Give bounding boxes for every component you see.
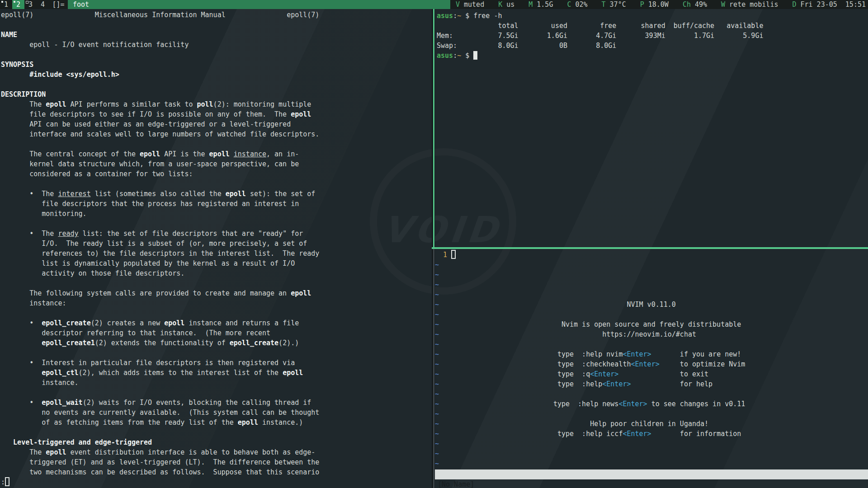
nvim-line: ~ type :help nvim<Enter> if you are new! [435,349,868,359]
man-line: epoll - I/O event notification facility [1,40,432,50]
nvim-line: ~ type :checkhealth<Enter> to optimize N… [435,359,868,369]
man-line: file descriptors to see if I/O is possib… [1,109,432,119]
terminal-pane[interactable]: asus:~ $ free -h total used free shared … [435,9,868,247]
nvim-line: ~ [435,339,868,349]
nvim-line: ~ [435,270,868,280]
man-line: The following system calls are provided … [1,288,432,298]
nvim-line: ~ [435,409,868,419]
nvim-buffer: 1 ~~~~~ NVIM v0.11.0~~ Nvim is open sour… [435,249,868,469]
status-date: DFri 23-05 15:51 [792,0,866,9]
workspace-2[interactable]: 2 [12,0,24,9]
nvim-line: ~ type :q<Enter> to exit [435,369,868,379]
status-temperature: T37°C [602,0,626,9]
workspace-occupied-marker [1,1,3,3]
nvim-left-border [433,249,434,488]
man-line: interface and scales well to large numbe… [1,129,432,139]
focused-window-left-border [433,9,434,247]
man-line: file descriptors that the process has re… [1,199,432,209]
man-line: references to) the file descriptors in t… [1,249,432,258]
status-wifi: Wrete mobilis [721,0,778,9]
man-line [1,50,432,60]
man-line: • The interest list (sometimes also call… [1,189,432,199]
man-line: triggered (ET) and as level-triggered (L… [1,457,432,467]
man-line: I/O. The ready list is a subset of (or, … [1,239,432,249]
terminal-line: asus:~ $ free -h [437,11,868,21]
workspace-1[interactable]: 1 [0,0,12,9]
man-line: • The ready list: the set of file descri… [1,229,432,239]
nvim-line: ~ https://neovim.io/#chat [435,329,868,339]
man-line: of as fetching items from the ready list… [1,418,432,427]
workspace-4[interactable]: 4 [37,0,49,9]
man-line: instance: [1,298,432,308]
nvim-line: ~ type :help iccf<Enter> for information [435,429,868,439]
man-line: • epoll_wait(2) waits for I/O events, bl… [1,398,432,408]
man-line: epoll(7) Miscellaneous Information Manua… [1,10,432,20]
man-line [1,219,432,229]
man-line: NAME [1,30,432,40]
nvim-line: ~ [435,290,868,300]
nvim-line: ~ [435,449,868,459]
man-line: • Interest in particular file descriptor… [1,358,432,368]
man-line: instance. [1,378,432,388]
workspace-switcher: 1234 [0,0,49,9]
workspace-3[interactable]: 3 [24,0,37,9]
nvim-line: ~ [435,389,868,399]
nvim-line: ~ Nvim is open source and freely distrib… [435,319,868,329]
man-line: Level-triggered and edge-triggered [1,437,432,447]
terminal-line: Swap: 8.0Gi 0B 8.0Gi [437,41,868,51]
man-line: activity on those file descriptors. [1,268,432,278]
nvim-pane[interactable]: 1 ~~~~~ NVIM v0.11.0~~ Nvim is open sour… [435,249,868,488]
man-line: kernel data structure which, from a user… [1,159,432,169]
status-keyboard: Kus [498,0,514,9]
top-status-bar: 1234 []= foot VmutedKusM1.5GC02%T37°CP18… [0,0,868,9]
man-line: SYNOPSIS [1,60,432,70]
man-page-pane[interactable]: epoll(7) Miscellaneous Information Manua… [0,9,432,488]
man-line [1,20,432,30]
man-line [1,80,432,89]
man-line [1,278,432,288]
terminal-line: Mem: 7.5Gi 1.6Gi 4.7Gi 393Mi 1.7Gi 5.9Gi [437,31,868,41]
focused-window-bottom-border[interactable] [432,247,868,249]
man-line: list is dynamically populated by the ker… [1,258,432,268]
man-line: two mechanisms can be described as follo… [1,467,432,477]
man-line [1,388,432,398]
man-line: The epoll event distribution interface i… [1,447,432,457]
status-memory: M1.5G [528,0,553,9]
terminal-line: asus:~ $ [437,51,868,61]
man-line [1,139,432,149]
nvim-line: ~ Help poor children in Uganda! [435,419,868,429]
workspace-occupied-marker [26,1,28,4]
nvim-line: ~ type :help<Enter> for help [435,379,868,389]
window-title: foot [68,0,450,9]
nvim-statusline: [No Name] 0,0-1 All [435,469,868,479]
man-line: no events are currently available. (This… [1,408,432,418]
man-line [1,308,432,318]
desktop: VOID 1234 []= foot VmutedKusM1.5GC02%T37… [0,0,868,488]
status-power: P18.0W [640,0,669,9]
layout-indicator[interactable]: []= [49,0,68,9]
man-line: : [1,477,432,487]
status-charge: Ch49% [683,0,707,9]
status-modules: VmutedKusM1.5GC02%T37°CP18.0WCh49%Wrete … [450,0,868,9]
man-line: • epoll_create(2) creates a new epoll in… [1,318,432,328]
nvim-line: ~ [435,310,868,319]
man-line: considered as a container for two lists: [1,169,432,179]
man-line: #include <sys/epoll.h> [1,70,432,80]
nvim-line: ~ [435,280,868,290]
man-line [1,179,432,189]
buffer-name: [No Name] [438,479,474,488]
man-line: The central concept of the epoll API is … [1,149,432,159]
man-line: epoll_ctl(2), which adds items to the in… [1,368,432,378]
terminal-line: total used free shared buff/cache availa… [437,21,868,31]
man-line: epoll_create1(2) extends the functionali… [1,338,432,348]
nvim-line: ~ [435,459,868,469]
man-line [1,427,432,437]
man-line: The epoll API performs a similar task to… [1,99,432,109]
man-line: descriptor referring to that instance. (… [1,328,432,338]
man-line: DESCRIPTION [1,89,432,99]
nvim-line: 1 [435,250,868,260]
man-line: monitoring. [1,209,432,219]
status-volume: Vmuted [456,0,484,9]
nvim-line: ~ [435,260,868,270]
nvim-line: ~ [435,439,868,449]
